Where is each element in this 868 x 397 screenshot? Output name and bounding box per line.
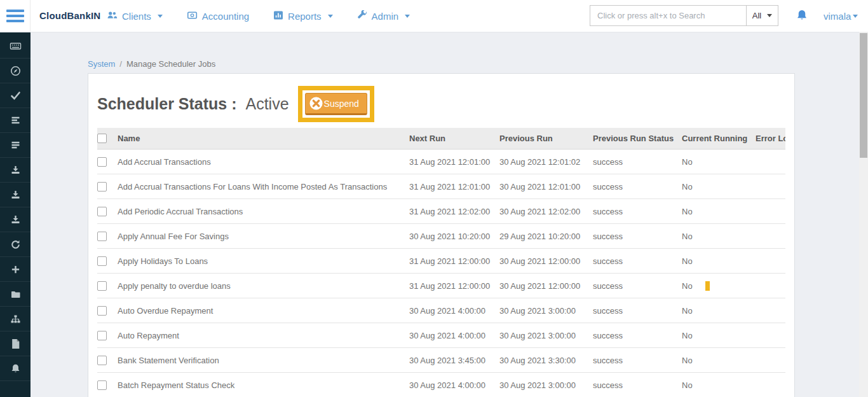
cell-current-running: No [682, 380, 756, 390]
row-checkbox[interactable] [97, 182, 107, 192]
scheduler-status-value: Active [246, 95, 289, 113]
row-checkbox[interactable] [97, 331, 107, 340]
cell-next-run: 31 Aug 2021 12:00:00 [409, 256, 499, 266]
cell-current-running: No [682, 256, 756, 266]
cell-previous-run: 30 Aug 2021 12:01:00 [499, 182, 593, 192]
row-checkbox[interactable] [97, 207, 107, 216]
table-row: Apply Holidays To Loans 31 Aug 2021 12:0… [97, 249, 785, 274]
folder-icon[interactable] [0, 282, 31, 307]
row-checkbox[interactable] [97, 157, 107, 167]
cell-previous-run: 30 Aug 2021 3:00:00 [499, 306, 593, 316]
cell-current-running: No [682, 182, 756, 192]
cell-job-name: Auto Overdue Repayment [118, 306, 409, 316]
cell-previous-run: 30 Aug 2021 3:00:00 [499, 331, 593, 340]
cell-previous-run-status: success [593, 182, 682, 192]
cell-current-running: No [682, 232, 756, 241]
vertical-scrollbar[interactable] [859, 32, 868, 397]
cell-next-run: 30 Aug 2021 3:45:00 [409, 356, 499, 365]
row-checkbox[interactable] [97, 356, 107, 365]
menu-accounting[interactable]: Accounting [187, 10, 249, 22]
row-checkbox[interactable] [97, 232, 107, 241]
menu-clients[interactable]: Clients [107, 10, 163, 22]
cell-previous-run-status: success [593, 256, 682, 266]
suspend-button[interactable]: Suspend [305, 93, 367, 115]
download-icon[interactable] [0, 158, 31, 183]
row-checkbox[interactable] [97, 306, 107, 316]
hamburger-menu-icon[interactable] [0, 0, 31, 32]
brand-logo[interactable]: CloudBankIN [39, 0, 100, 32]
search-input[interactable] [590, 6, 746, 25]
cell-next-run: 31 Aug 2021 12:01:00 [409, 182, 499, 192]
table-header-row: Name Next Run Previous Run Previous Run … [97, 128, 785, 150]
cell-previous-run: 30 Aug 2021 12:00:00 [499, 256, 593, 266]
top-navbar: CloudBankIN Clients Accounting Reports [0, 0, 868, 32]
scheduler-jobs-table: Name Next Run Previous Run Previous Run … [97, 128, 785, 397]
cell-previous-run-status: success [593, 157, 682, 167]
table-row: Add Accrual Transactions For Loans With … [97, 174, 785, 199]
cell-next-run: 30 Aug 2021 4:00:00 [409, 306, 499, 316]
select-all-checkbox[interactable] [97, 134, 107, 143]
menu-reports[interactable]: Reports [273, 10, 333, 22]
cell-previous-run-status: success [593, 232, 682, 241]
cell-previous-run-status: success [593, 356, 682, 365]
sitemap-icon[interactable] [0, 307, 31, 331]
list-icon[interactable] [0, 108, 31, 133]
cell-previous-run-status: success [593, 281, 682, 291]
table-row: Auto Overdue Repayment 30 Aug 2021 4:00:… [97, 298, 785, 323]
chevron-down-icon [328, 15, 333, 18]
keyboard-icon[interactable] [0, 34, 31, 59]
cell-current-running: No [682, 281, 756, 291]
main-menu: Clients Accounting Reports Admin [107, 0, 410, 32]
plus-icon[interactable] [0, 257, 31, 282]
cell-job-name: Auto Repayment [118, 331, 409, 340]
user-menu[interactable]: vimala [824, 0, 858, 32]
cell-next-run: 30 Aug 2021 10:20:00 [409, 232, 499, 241]
compass-icon[interactable] [0, 59, 31, 83]
list-icon[interactable] [0, 133, 31, 158]
check-icon[interactable] [0, 83, 31, 108]
scheduler-heading: Scheduler Status : Active Suspend [97, 84, 785, 124]
table-row: Add Accrual Transactions 31 Aug 2021 12:… [97, 150, 785, 174]
bell-icon[interactable] [0, 356, 31, 381]
cell-next-run: 31 Aug 2021 12:01:00 [409, 157, 499, 167]
cell-job-name: Bank Statement Verification [118, 356, 409, 365]
table-row: Add Periodic Accrual Transactions 31 Aug… [97, 199, 785, 224]
cell-next-run: 31 Aug 2021 12:02:00 [409, 207, 499, 216]
refresh-icon[interactable] [0, 232, 31, 257]
cell-previous-run-status: success [593, 380, 682, 390]
wrench-icon [357, 10, 367, 22]
search-scope-dropdown[interactable]: All [746, 6, 778, 25]
cell-previous-run-status: success [593, 207, 682, 216]
cell-current-running: No [682, 157, 756, 167]
cell-job-name: Apply penalty to overdue loans [118, 281, 409, 291]
cell-previous-run: 30 Aug 2021 12:02:00 [499, 207, 593, 216]
file-icon[interactable] [0, 331, 31, 356]
download-icon[interactable] [0, 183, 31, 207]
cell-previous-run-status: success [593, 331, 682, 340]
chevron-down-icon [767, 14, 772, 17]
cell-job-name: Add Accrual Transactions For Loans With … [118, 182, 409, 192]
scrollbar-thumb[interactable] [860, 33, 867, 158]
bar-chart-icon [273, 10, 283, 22]
main-content: System/Manage Scheduler Jobs Scheduler S… [31, 32, 859, 397]
cell-job-name: Apply Annual Fee For Savings [118, 232, 409, 241]
cell-job-name: Add Periodic Accrual Transactions [118, 207, 409, 216]
table-row: Apply Annual Fee For Savings 30 Aug 2021… [97, 224, 785, 249]
scheduler-card: Scheduler Status : Active Suspend Name N… [88, 73, 795, 397]
cell-current-running: No [682, 331, 756, 340]
cell-previous-run: 30 Aug 2021 12:00:00 [499, 281, 593, 291]
notifications-bell-icon[interactable] [796, 9, 808, 24]
cell-next-run: 30 Aug 2021 4:00:00 [409, 331, 499, 340]
cell-job-name: Batch Repayment Status Check [118, 380, 409, 390]
cell-next-run: 30 Aug 2021 4:00:00 [409, 380, 499, 390]
row-checkbox[interactable] [97, 256, 107, 266]
row-checkbox[interactable] [97, 380, 107, 390]
menu-admin[interactable]: Admin [357, 10, 410, 22]
chevron-down-icon [853, 15, 858, 18]
users-icon [107, 10, 118, 22]
download-icon[interactable] [0, 207, 31, 232]
sidebar [0, 32, 31, 397]
chevron-down-icon [405, 15, 410, 18]
row-checkbox[interactable] [97, 281, 107, 291]
breadcrumb-system-link[interactable]: System [88, 59, 115, 69]
